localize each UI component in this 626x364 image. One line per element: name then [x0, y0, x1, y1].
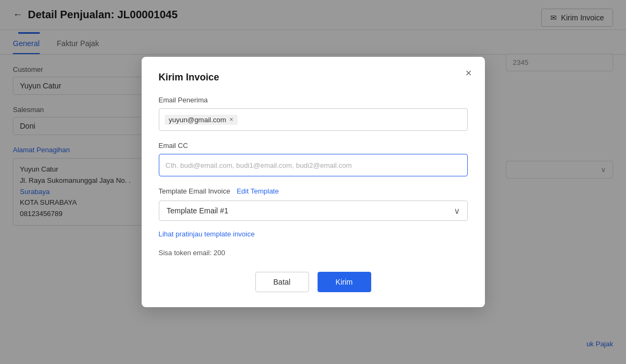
modal-overlay: Kirim Invoice × Email Penerima yuyun@gma… [0, 0, 626, 364]
email-tag-value: yuyun@gmail.com [169, 116, 226, 124]
email-penerima-label: Email Penerima [159, 96, 468, 104]
email-cc-label: Email CC [159, 142, 468, 150]
email-tag-remove-button[interactable]: × [230, 116, 233, 123]
page-background: ← Detail Penjualan: JL00001045 ✉ Kirim I… [0, 0, 626, 364]
template-select[interactable]: Template Email #1 Template Email #2 [159, 200, 468, 221]
modal-title: Kirim Invoice [159, 72, 468, 83]
modal-footer: Batal Kirim [159, 272, 468, 292]
modal-close-button[interactable]: × [466, 68, 472, 78]
email-penerima-input[interactable]: yuyun@gmail.com × [159, 108, 468, 131]
edit-template-link[interactable]: Edit Template [237, 187, 279, 195]
email-tag: yuyun@gmail.com × [165, 115, 238, 125]
template-select-wrapper: Template Email #1 Template Email #2 ∨ [159, 200, 468, 221]
preview-template-link[interactable]: Lihat pratinjau template invoice [159, 230, 255, 238]
email-cc-input[interactable] [159, 154, 468, 176]
template-email-invoice-label: Template Email Invoice [159, 187, 231, 195]
kirim-button[interactable]: Kirim [318, 272, 371, 292]
batal-button[interactable]: Batal [255, 272, 309, 292]
template-row: Template Email Invoice Edit Template [159, 187, 468, 195]
token-info: Sisa token email: 200 [159, 249, 468, 257]
kirim-invoice-modal: Kirim Invoice × Email Penerima yuyun@gma… [142, 57, 485, 307]
